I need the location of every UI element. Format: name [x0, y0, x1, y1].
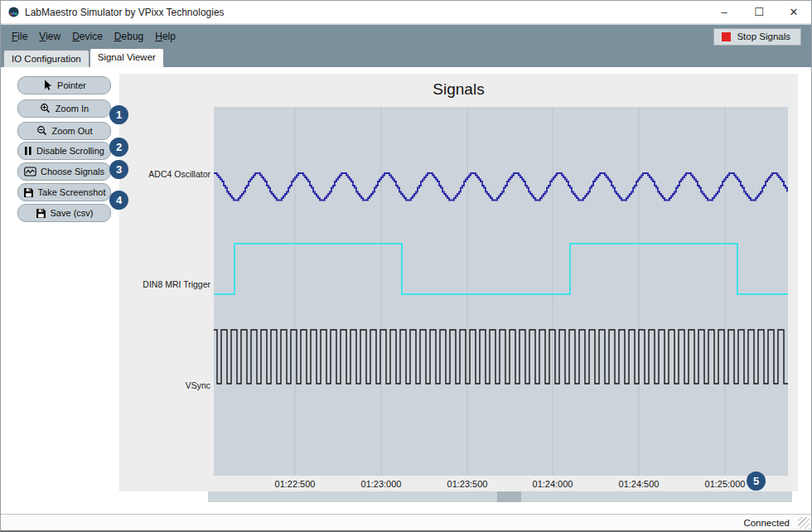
pointer-icon: [42, 80, 53, 91]
tab-strip: IO Configuration Signal Viewer: [1, 48, 811, 67]
zoom-out-button[interactable]: Zoom Out: [17, 122, 111, 140]
x-tick-label: 01:24:500: [602, 479, 676, 489]
choose-signals-label: Choose Signals: [41, 167, 104, 177]
menu-help[interactable]: Help: [149, 28, 181, 45]
save-csv-button[interactable]: Save (csv): [17, 204, 111, 222]
plot-svg: [214, 107, 788, 476]
window-title: LabMaestro Simulator by VPixx Technologi…: [25, 7, 225, 18]
tab-io-configuration[interactable]: IO Configuration: [3, 50, 89, 67]
zoom-in-label: Zoom In: [56, 104, 89, 114]
connection-status: Connected: [743, 518, 790, 528]
waveform-path: [214, 244, 788, 294]
tab-signal-viewer[interactable]: Signal Viewer: [89, 48, 164, 67]
minimize-button[interactable]: –: [707, 1, 742, 23]
app-window: LabMaestro Simulator by VPixx Technologi…: [0, 0, 812, 532]
annotation-badge-5: 5: [747, 472, 766, 491]
plot-area[interactable]: [214, 107, 788, 476]
pause-icon: [24, 146, 32, 156]
signals-icon: [24, 167, 36, 177]
status-bar: Connected: [1, 514, 811, 530]
take-screenshot-label: Take Screenshot: [38, 187, 106, 197]
resize-grip-icon[interactable]: [798, 517, 810, 529]
horizontal-scrollbar[interactable]: [208, 491, 792, 502]
save-icon: [36, 208, 46, 219]
x-tick-label: 01:23:000: [344, 479, 418, 489]
disable-scrolling-button[interactable]: Disable Scrolling: [17, 142, 111, 160]
menu-bar: File View Device Debug Help Stop Signals: [1, 24, 811, 48]
annotation-badge-2: 2: [109, 138, 128, 157]
zoom-out-icon: [36, 125, 48, 137]
choose-signals-button[interactable]: Choose Signals: [17, 162, 111, 181]
take-screenshot-button[interactable]: Take Screenshot: [17, 183, 111, 201]
waveform-path: [214, 330, 788, 384]
zoom-out-label: Zoom Out: [52, 126, 93, 136]
chart-title: Signals: [119, 80, 798, 99]
annotation-badge-3: 3: [109, 160, 128, 179]
maximize-button[interactable]: ☐: [742, 1, 776, 23]
main-content: Pointer Zoom In Zoom Out D: [1, 67, 811, 515]
save-icon: [23, 187, 34, 198]
menu-view[interactable]: View: [33, 28, 66, 45]
menu-file[interactable]: File: [6, 28, 33, 45]
zoom-in-icon: [40, 103, 51, 114]
close-button[interactable]: ✕: [776, 1, 811, 23]
zoom-in-button[interactable]: Zoom In: [17, 99, 111, 118]
stop-signals-button[interactable]: Stop Signals: [713, 28, 801, 46]
x-axis: 01:22:50001:23:00001:23:50001:24:00001:2…: [214, 479, 788, 491]
annotation-badge-4: 4: [109, 191, 128, 210]
disable-scrolling-label: Disable Scrolling: [36, 146, 104, 156]
x-tick-label: 01:22:500: [258, 479, 332, 489]
pointer-button[interactable]: Pointer: [17, 76, 111, 94]
menu-device[interactable]: Device: [66, 28, 109, 45]
scrollbar-thumb[interactable]: [497, 491, 521, 502]
annotation-badge-1: 1: [109, 105, 128, 124]
x-tick-label: 01:24:000: [515, 479, 590, 489]
signal-label-din8: DIN8 MRI Trigger: [103, 279, 210, 289]
waveform-path: [214, 173, 787, 201]
save-csv-label: Save (csv): [51, 208, 94, 218]
stop-signals-label: Stop Signals: [737, 31, 790, 41]
menu-debug[interactable]: Debug: [109, 28, 149, 45]
signal-label-vsync: VSync: [103, 380, 210, 390]
app-logo-icon: [7, 6, 20, 18]
x-tick-label: 01:23:500: [430, 479, 505, 489]
signal-viewer-panel: Signals ADC4 Oscillator DIN8 MRI Trigger…: [119, 74, 798, 491]
stop-icon: [722, 32, 731, 41]
title-bar: LabMaestro Simulator by VPixx Technologi…: [1, 1, 811, 24]
pointer-label: Pointer: [57, 80, 86, 90]
